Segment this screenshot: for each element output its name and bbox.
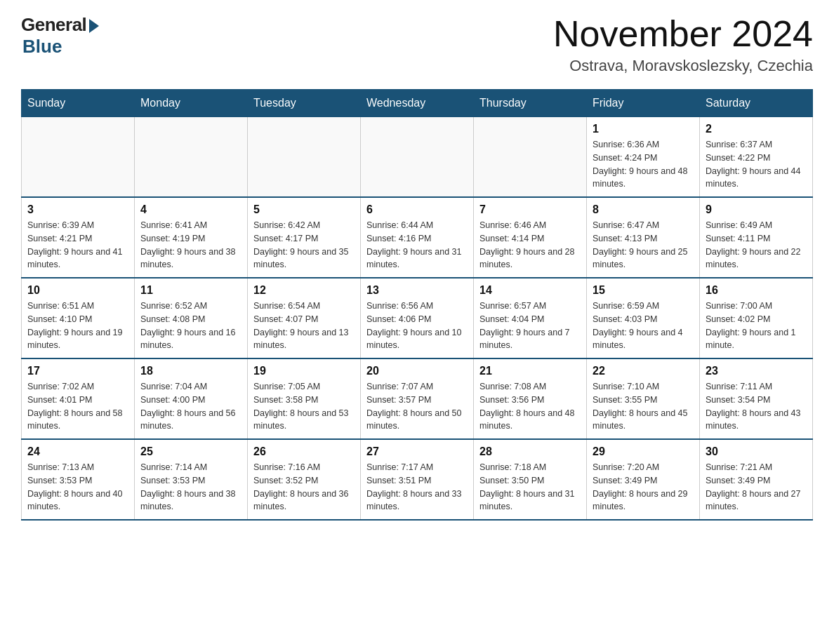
day-info: Sunrise: 6:46 AMSunset: 4:14 PMDaylight:… [479,219,581,271]
day-cell: 29Sunrise: 7:20 AMSunset: 3:49 PMDayligh… [587,439,700,520]
day-number: 16 [706,284,807,297]
week-row-4: 17Sunrise: 7:02 AMSunset: 4:01 PMDayligh… [22,358,813,439]
day-number: 28 [479,445,581,458]
day-info: Sunrise: 7:02 AMSunset: 4:01 PMDaylight:… [27,380,128,433]
day-header-friday: Friday [587,90,700,117]
location: Ostrava, Moravskoslezsky, Czechia [553,57,813,75]
day-number: 5 [253,203,355,216]
week-row-5: 24Sunrise: 7:13 AMSunset: 3:53 PMDayligh… [22,439,813,520]
day-number: 12 [253,284,355,297]
day-cell: 20Sunrise: 7:07 AMSunset: 3:57 PMDayligh… [361,358,474,439]
day-cell: 22Sunrise: 7:10 AMSunset: 3:55 PMDayligh… [587,358,700,439]
day-info: Sunrise: 6:49 AMSunset: 4:11 PMDaylight:… [706,219,807,271]
day-cell: 9Sunrise: 6:49 AMSunset: 4:11 PMDaylight… [700,197,813,278]
day-number: 7 [479,203,581,216]
day-info: Sunrise: 6:57 AMSunset: 4:04 PMDaylight:… [479,300,581,352]
day-info: Sunrise: 7:11 AMSunset: 3:54 PMDaylight:… [706,380,807,433]
day-cell: 30Sunrise: 7:21 AMSunset: 3:49 PMDayligh… [700,439,813,520]
day-info: Sunrise: 7:16 AMSunset: 3:52 PMDaylight:… [253,461,355,514]
day-info: Sunrise: 6:56 AMSunset: 4:06 PMDaylight:… [366,300,468,352]
week-row-3: 10Sunrise: 6:51 AMSunset: 4:10 PMDayligh… [22,278,813,358]
day-cell: 21Sunrise: 7:08 AMSunset: 3:56 PMDayligh… [474,358,587,439]
day-cell: 27Sunrise: 7:17 AMSunset: 3:51 PMDayligh… [361,439,474,520]
day-info: Sunrise: 6:59 AMSunset: 4:03 PMDaylight:… [593,300,694,352]
month-title: November 2024 [553,14,813,54]
day-info: Sunrise: 6:36 AMSunset: 4:24 PMDaylight:… [593,138,694,191]
day-info: Sunrise: 7:17 AMSunset: 3:51 PMDaylight:… [366,461,468,514]
day-number: 24 [27,445,128,458]
day-info: Sunrise: 7:21 AMSunset: 3:49 PMDaylight:… [706,461,807,514]
day-number: 27 [366,445,468,458]
day-number: 9 [706,203,807,216]
day-info: Sunrise: 7:14 AMSunset: 3:53 PMDaylight:… [140,461,241,514]
week-row-1: 1Sunrise: 6:36 AMSunset: 4:24 PMDaylight… [22,117,813,198]
day-number: 8 [593,203,694,216]
day-number: 17 [27,365,128,377]
day-header-wednesday: Wednesday [361,90,474,117]
day-info: Sunrise: 7:10 AMSunset: 3:55 PMDaylight:… [593,380,694,433]
logo-blue-text: Blue [22,36,62,58]
day-cell: 5Sunrise: 6:42 AMSunset: 4:17 PMDaylight… [248,197,361,278]
day-info: Sunrise: 6:44 AMSunset: 4:16 PMDaylight:… [366,219,468,271]
day-cell: 19Sunrise: 7:05 AMSunset: 3:58 PMDayligh… [248,358,361,439]
page-header: General Blue November 2024 Ostrava, Mora… [21,14,813,75]
day-header-saturday: Saturday [700,90,813,117]
day-number: 14 [479,284,581,297]
day-number: 11 [140,284,241,297]
day-info: Sunrise: 6:52 AMSunset: 4:08 PMDaylight:… [140,300,241,352]
day-info: Sunrise: 7:13 AMSunset: 3:53 PMDaylight:… [27,461,128,514]
day-cell: 16Sunrise: 7:00 AMSunset: 4:02 PMDayligh… [700,278,813,358]
day-cell: 24Sunrise: 7:13 AMSunset: 3:53 PMDayligh… [22,439,135,520]
day-cell [474,117,587,198]
day-number: 30 [706,445,807,458]
day-cell: 6Sunrise: 6:44 AMSunset: 4:16 PMDaylight… [361,197,474,278]
day-number: 2 [706,123,807,135]
day-info: Sunrise: 6:37 AMSunset: 4:22 PMDaylight:… [706,138,807,191]
day-info: Sunrise: 6:39 AMSunset: 4:21 PMDaylight:… [27,219,128,271]
day-number: 26 [253,445,355,458]
day-cell: 28Sunrise: 7:18 AMSunset: 3:50 PMDayligh… [474,439,587,520]
week-row-2: 3Sunrise: 6:39 AMSunset: 4:21 PMDaylight… [22,197,813,278]
day-cell: 17Sunrise: 7:02 AMSunset: 4:01 PMDayligh… [22,358,135,439]
day-cell: 8Sunrise: 6:47 AMSunset: 4:13 PMDaylight… [587,197,700,278]
day-number: 10 [27,284,128,297]
day-info: Sunrise: 7:08 AMSunset: 3:56 PMDaylight:… [479,380,581,433]
day-cell [361,117,474,198]
day-info: Sunrise: 6:51 AMSunset: 4:10 PMDaylight:… [27,300,128,352]
day-number: 23 [706,365,807,377]
day-cell: 2Sunrise: 6:37 AMSunset: 4:22 PMDaylight… [700,117,813,198]
day-info: Sunrise: 7:20 AMSunset: 3:49 PMDaylight:… [593,461,694,514]
day-number: 6 [366,203,468,216]
day-info: Sunrise: 6:41 AMSunset: 4:19 PMDaylight:… [140,219,241,271]
logo: General Blue [21,14,99,58]
day-cell: 4Sunrise: 6:41 AMSunset: 4:19 PMDaylight… [135,197,248,278]
day-number: 18 [140,365,241,377]
day-cell: 3Sunrise: 6:39 AMSunset: 4:21 PMDaylight… [22,197,135,278]
day-cell: 12Sunrise: 6:54 AMSunset: 4:07 PMDayligh… [248,278,361,358]
day-info: Sunrise: 7:04 AMSunset: 4:00 PMDaylight:… [140,380,241,433]
day-cell [135,117,248,198]
title-block: November 2024 Ostrava, Moravskoslezsky, … [553,14,813,75]
day-info: Sunrise: 6:54 AMSunset: 4:07 PMDaylight:… [253,300,355,352]
day-number: 20 [366,365,468,377]
day-header-sunday: Sunday [22,90,135,117]
day-number: 25 [140,445,241,458]
day-number: 13 [366,284,468,297]
day-info: Sunrise: 7:07 AMSunset: 3:57 PMDaylight:… [366,380,468,433]
day-info: Sunrise: 7:18 AMSunset: 3:50 PMDaylight:… [479,461,581,514]
day-number: 22 [593,365,694,377]
day-cell: 11Sunrise: 6:52 AMSunset: 4:08 PMDayligh… [135,278,248,358]
calendar-table: SundayMondayTuesdayWednesdayThursdayFrid… [21,89,813,521]
logo-arrow-icon [89,19,99,33]
day-cell: 10Sunrise: 6:51 AMSunset: 4:10 PMDayligh… [22,278,135,358]
header-row: SundayMondayTuesdayWednesdayThursdayFrid… [22,90,813,117]
day-number: 19 [253,365,355,377]
day-header-tuesday: Tuesday [248,90,361,117]
day-number: 29 [593,445,694,458]
day-cell: 7Sunrise: 6:46 AMSunset: 4:14 PMDaylight… [474,197,587,278]
day-info: Sunrise: 7:00 AMSunset: 4:02 PMDaylight:… [706,300,807,352]
day-cell: 1Sunrise: 6:36 AMSunset: 4:24 PMDaylight… [587,117,700,198]
day-cell: 18Sunrise: 7:04 AMSunset: 4:00 PMDayligh… [135,358,248,439]
day-header-thursday: Thursday [474,90,587,117]
logo-general-text: General [21,14,86,36]
